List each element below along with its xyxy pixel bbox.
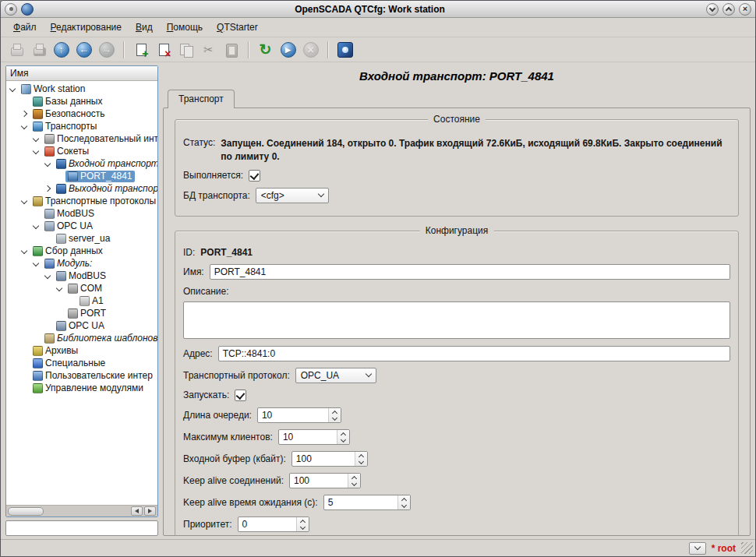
menu-qtstarter[interactable]: QTStarter <box>210 19 264 36</box>
max-clients-spinbox[interactable]: 10 <box>278 429 350 445</box>
tree-item[interactable]: Входной транспорт: <box>6 157 157 170</box>
spin-arrows[interactable] <box>397 495 410 509</box>
tree-item-label: Пользовательские интер <box>45 370 153 381</box>
tree-item-cell: Транспортные протоколы <box>30 196 157 207</box>
tree-item[interactable]: Сокеты <box>6 145 157 157</box>
collapse-arrow-icon[interactable] <box>20 197 29 206</box>
tree-item-cell: Work station <box>19 83 87 95</box>
resize-grip[interactable] <box>741 542 753 554</box>
spin-arrows[interactable] <box>355 452 367 466</box>
tree-item[interactable]: Архивы <box>6 344 157 357</box>
page-title: Входной транспорт: PORT_4841 <box>163 65 751 90</box>
tree-item[interactable]: Управление модулями <box>6 382 157 394</box>
protocol-combobox[interactable]: OPC_UA <box>295 368 376 383</box>
input-buffer-spinbox[interactable]: 100 <box>291 451 368 467</box>
tree-item[interactable]: Транспортные протоколы <box>6 195 157 207</box>
tree-item[interactable]: Безопасность <box>6 108 157 120</box>
tree-item[interactable]: Сбор данных <box>6 245 157 257</box>
tree-item[interactable]: OPC UA <box>6 220 157 232</box>
tree-item-label: Управление модулями <box>45 382 143 393</box>
tree-item[interactable]: PORT_4841 <box>6 170 157 182</box>
title-bar[interactable]: OpenSCADA QTCfg: Work station × <box>1 1 755 18</box>
tree-item[interactable]: Библиотека шаблонов: <box>6 332 157 344</box>
scroll-right-button[interactable] <box>144 506 156 516</box>
spin-arrows[interactable] <box>328 408 341 422</box>
add-item-button[interactable] <box>130 39 151 60</box>
go-back-button[interactable] <box>73 39 94 60</box>
expand-arrow-icon[interactable] <box>44 185 52 193</box>
tree-item[interactable]: Выходной транспорт <box>6 182 157 195</box>
minimize-button[interactable] <box>706 3 719 16</box>
spin-arrows[interactable] <box>348 474 360 488</box>
ui-icon <box>33 371 43 381</box>
priority-spinbox[interactable]: 0 <box>238 516 309 532</box>
cut-item-button <box>198 39 219 60</box>
collapse-arrow-icon[interactable] <box>32 222 41 231</box>
tree-item-cell: A1 <box>77 295 106 307</box>
tree-item-label: Транспорты <box>45 121 97 132</box>
tree-item[interactable]: server_ua <box>6 232 157 245</box>
tree-item[interactable]: Work station <box>6 83 157 95</box>
start-periodic-update-button[interactable] <box>277 39 299 60</box>
tree-item[interactable]: PORT <box>6 307 157 319</box>
spin-arrows[interactable] <box>337 430 349 444</box>
tab-transport[interactable]: Транспорт <box>168 90 235 108</box>
menu-help[interactable]: Помощь <box>161 19 209 36</box>
collapse-arrow-icon[interactable] <box>55 284 64 293</box>
spin-arrows[interactable] <box>296 517 309 531</box>
collapse-arrow-icon[interactable] <box>44 160 52 168</box>
tree-item-label: Выходной транспорт <box>69 183 157 194</box>
tree-item[interactable]: Модуль: <box>6 257 157 270</box>
tree-filter-input[interactable] <box>5 520 158 536</box>
qtstarter-button[interactable] <box>334 39 355 60</box>
collapse-arrow-icon[interactable] <box>32 135 41 143</box>
collapse-arrow-icon[interactable] <box>32 259 41 268</box>
running-checkbox[interactable] <box>249 170 260 182</box>
keep-alive-connections-spinbox[interactable]: 100 <box>289 473 361 488</box>
tree-item[interactable]: Базы данных <box>6 95 157 108</box>
maximize-button[interactable] <box>722 3 735 16</box>
delete-item-button[interactable] <box>153 39 174 60</box>
queue-length-spinbox[interactable]: 10 <box>257 407 341 423</box>
scrollbar-thumb[interactable] <box>8 507 44 516</box>
statusbar-dropdown[interactable] <box>689 542 706 555</box>
start-checkbox[interactable] <box>235 390 246 401</box>
tree-item[interactable]: ModBUS <box>6 270 157 282</box>
collapse-arrow-icon[interactable] <box>9 85 17 93</box>
app-icon[interactable] <box>21 3 34 16</box>
description-textarea[interactable] <box>183 301 730 339</box>
menu-view[interactable]: Вид <box>129 19 159 36</box>
transport-db-combobox[interactable]: <cfg> <box>256 188 329 203</box>
tree-header[interactable]: Имя <box>6 66 157 81</box>
menu-file[interactable]: Файл <box>7 19 43 36</box>
collapse-arrow-icon[interactable] <box>32 147 41 156</box>
refresh-item-button[interactable] <box>255 39 276 60</box>
protocol-item-icon <box>56 234 66 244</box>
expand-arrow-icon[interactable] <box>20 110 29 118</box>
tree-item[interactable]: Транспорты <box>6 120 157 132</box>
module-icon <box>44 259 55 269</box>
tree-item[interactable]: Последовательный интер <box>6 132 157 145</box>
collapse-arrow-icon[interactable] <box>20 122 29 131</box>
keep-alive-timeout-spinbox[interactable]: 5 <box>323 495 411 510</box>
go-up-button[interactable] <box>51 39 72 60</box>
tree-item[interactable]: Пользовательские интер <box>6 369 157 382</box>
tree-spacer <box>67 297 76 305</box>
horizontal-scrollbar[interactable] <box>6 505 157 516</box>
scroll-left-button[interactable] <box>131 506 143 516</box>
collapse-arrow-icon[interactable] <box>20 247 29 256</box>
tree-item[interactable]: ModBUS <box>6 207 157 220</box>
collapse-arrow-icon[interactable] <box>44 272 52 280</box>
tree-item[interactable]: OPC UA <box>6 319 157 332</box>
name-field[interactable]: PORT_4841 <box>210 264 730 280</box>
close-button[interactable]: × <box>739 3 751 16</box>
menu-edit[interactable]: Редактирование <box>44 19 128 36</box>
pin-icon[interactable] <box>5 3 17 16</box>
spin-rows: Длина очереди:10Максимум клиентов:10Вход… <box>183 407 730 532</box>
tree-item-cell: OPC UA <box>54 320 107 332</box>
tree-item[interactable]: A1 <box>6 294 157 307</box>
maximize-icon <box>726 6 732 12</box>
tree-item[interactable]: COM <box>6 282 157 294</box>
address-field[interactable]: TCP::4841:0 <box>218 346 730 361</box>
tree-item[interactable]: Специальные <box>6 357 157 369</box>
